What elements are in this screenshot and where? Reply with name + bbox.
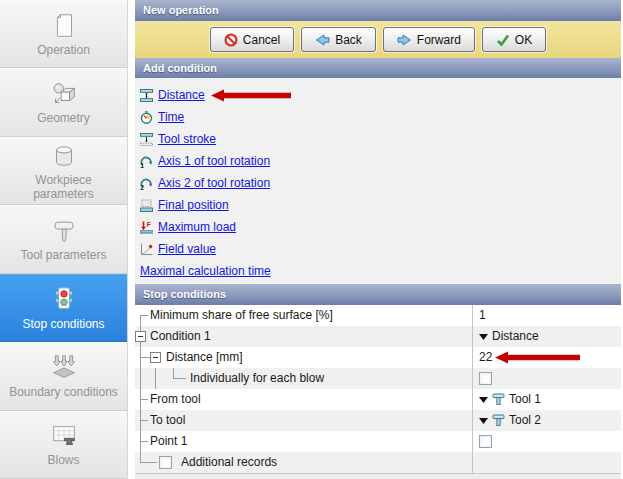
stop-conditions-table: Minimum share of free surface [%] 1 Cond…	[135, 305, 621, 473]
link-field-value[interactable]: Field value	[135, 238, 621, 260]
row-label-cell: Distance [mm]	[135, 347, 472, 368]
checkbox-unchecked[interactable]	[159, 456, 172, 469]
row-label: Point 1	[150, 434, 187, 448]
sidebar-item-tool-parameters[interactable]: Tool parameters	[0, 205, 127, 273]
add-condition-list: Distance Time	[135, 78, 621, 284]
section-title: Stop conditions	[143, 288, 226, 300]
collapse-box-icon[interactable]	[150, 352, 161, 363]
maximum-load-icon: F	[140, 221, 153, 234]
sidebar-item-geometry[interactable]: Geometry	[0, 68, 127, 136]
link-label: Maximal calculation time	[140, 264, 271, 278]
row-label-cell: From tool	[135, 389, 472, 410]
table-row: Individually for each blow	[135, 368, 621, 389]
table-row: Point 1	[135, 431, 621, 452]
row-label: Distance [mm]	[166, 350, 243, 364]
section-title: Add condition	[143, 62, 217, 74]
row-value: 22	[479, 347, 492, 368]
sidebar-item-blows[interactable]: Blows	[0, 411, 127, 479]
back-arrow-icon	[315, 33, 330, 47]
checkbox-unchecked[interactable]	[479, 435, 492, 448]
sidebar-item-workpiece-parameters[interactable]: Workpiece parameters	[0, 137, 127, 205]
table-row: From tool Tool 1	[135, 389, 621, 410]
sidebar-item-label: Tool parameters	[12, 249, 114, 263]
window-title-bar: New operation	[135, 0, 621, 21]
collapse-box-icon[interactable]	[135, 331, 146, 342]
table-row: Minimum share of free surface [%] 1	[135, 305, 621, 326]
distance-icon	[140, 89, 153, 102]
back-button[interactable]: Back	[301, 27, 376, 52]
row-value-checkbox[interactable]	[472, 368, 621, 389]
field-value-icon	[140, 243, 153, 256]
tool-icon	[492, 414, 505, 427]
ok-button[interactable]: OK	[482, 27, 546, 52]
stop-conditions-header: Stop conditions	[135, 284, 621, 305]
svg-text:1: 1	[140, 161, 144, 167]
link-label: Final position	[158, 198, 229, 212]
forward-arrow-icon	[397, 33, 412, 47]
row-label: Additional records	[181, 455, 277, 469]
row-label: Condition 1	[150, 329, 211, 343]
row-label-cell: Condition 1	[135, 326, 472, 347]
sidebar-item-label: Boundary conditions	[1, 386, 126, 400]
boundary-arrows-icon	[49, 353, 79, 383]
link-axis2-rotation[interactable]: 2 Axis 2 of tool rotation	[135, 172, 621, 194]
row-label-cell: To tool	[135, 410, 472, 431]
axis1-rotation-icon: 1	[140, 155, 153, 168]
cancel-button[interactable]: Cancel	[210, 27, 294, 52]
link-final-position[interactable]: Final position	[135, 194, 621, 216]
table-row: Condition 1 Distance	[135, 326, 621, 347]
cancel-icon	[224, 33, 238, 47]
row-value: Tool 2	[509, 410, 541, 431]
sidebar-item-stop-conditions[interactable]: Stop conditions	[0, 274, 127, 342]
row-value-dropdown[interactable]: Tool 2	[472, 410, 621, 431]
annotation-arrow-distance-value	[495, 351, 580, 364]
link-distance[interactable]: Distance	[135, 84, 621, 106]
link-maximal-calculation-time[interactable]: Maximal calculation time	[135, 260, 621, 282]
sidebar: Operation Geometry	[0, 0, 128, 479]
table-row: To tool Tool 2	[135, 410, 621, 431]
row-value-checkbox[interactable]	[472, 431, 621, 452]
sidebar-item-operation[interactable]: Operation	[0, 0, 127, 68]
row-value-input[interactable]: 22	[472, 347, 621, 368]
link-label: Maximum load	[158, 220, 236, 234]
sidebar-item-label: Geometry	[29, 112, 98, 126]
geometry-icon	[49, 79, 79, 109]
row-value-dropdown[interactable]: Tool 1	[472, 389, 621, 410]
link-time[interactable]: Time	[135, 106, 621, 128]
button-label: OK	[515, 33, 532, 47]
row-value: 1	[479, 305, 486, 326]
row-label: To tool	[150, 413, 185, 427]
link-label: Time	[158, 110, 184, 124]
ok-check-icon	[496, 33, 510, 47]
dropdown-caret-icon	[479, 334, 488, 340]
sidebar-item-boundary-conditions[interactable]: Boundary conditions	[0, 342, 127, 410]
link-label: Field value	[158, 242, 216, 256]
link-maximum-load[interactable]: F Maximum load	[135, 216, 621, 238]
checkbox-unchecked[interactable]	[479, 372, 492, 385]
time-stopwatch-icon	[140, 111, 153, 124]
row-label-cell: Minimum share of free surface [%]	[135, 305, 472, 326]
svg-text:F: F	[147, 221, 151, 228]
svg-text:2: 2	[140, 183, 144, 189]
final-position-icon	[140, 199, 153, 212]
sidebar-item-label: Operation	[29, 44, 98, 58]
sidebar-item-label: Workpiece parameters	[0, 174, 127, 202]
row-value: Tool 1	[509, 389, 541, 410]
button-label: Forward	[417, 33, 461, 47]
row-label: Individually for each blow	[190, 371, 324, 385]
row-value-cell[interactable]: 1	[472, 305, 621, 326]
add-condition-header: Add condition	[135, 58, 621, 78]
panel-bottom-strip	[135, 473, 621, 479]
link-axis1-rotation[interactable]: 1 Axis 1 of tool rotation	[135, 150, 621, 172]
forward-button[interactable]: Forward	[383, 27, 475, 52]
link-label: Distance	[158, 88, 205, 102]
row-value: Distance	[492, 326, 539, 347]
row-value-dropdown[interactable]: Distance	[472, 326, 621, 347]
sidebar-item-label: Blows	[39, 454, 87, 468]
link-tool-stroke[interactable]: Tool stroke	[135, 128, 621, 150]
workpiece-cylinder-icon	[49, 141, 79, 171]
tool-stroke-icon	[140, 133, 153, 146]
sidebar-item-label: Stop conditions	[14, 318, 112, 332]
row-value-cell[interactable]	[472, 452, 621, 473]
application-window: Operation Geometry	[0, 0, 623, 479]
